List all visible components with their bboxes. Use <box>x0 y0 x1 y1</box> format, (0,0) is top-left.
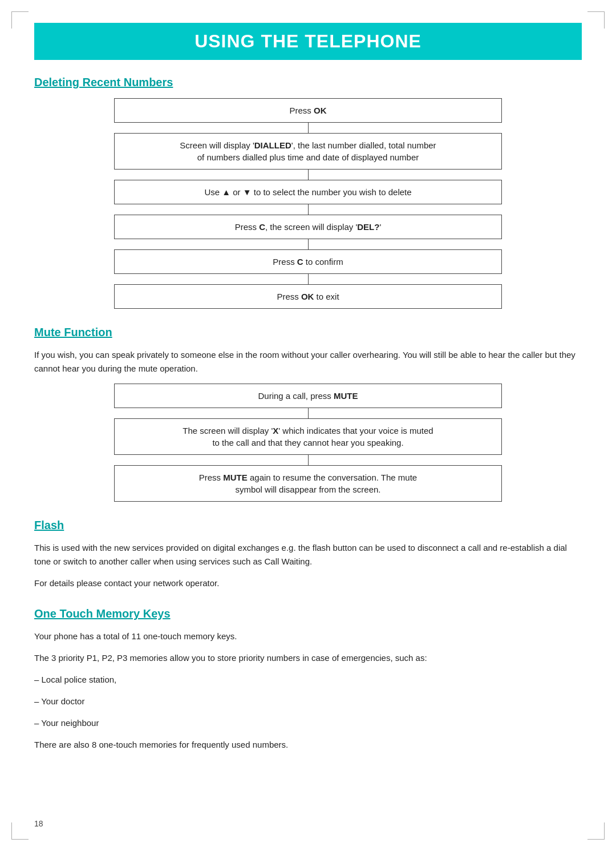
mute-step-2: The screen will display 'X' which indica… <box>114 418 502 455</box>
deleting-flow-chart: Press OK Screen will display 'DIALLED', … <box>114 98 502 309</box>
mute-step-1: During a call, press MUTE <box>114 384 502 408</box>
flash-heading: Flash <box>34 519 582 532</box>
mute-section: Mute Function If you wish, you can speak… <box>34 326 582 502</box>
flash-body2: For details please contact your network … <box>34 576 582 590</box>
mute-connector-2 <box>308 455 309 465</box>
corner-mark-tr <box>587 11 605 29</box>
connector-1 <box>308 123 309 133</box>
onetouchmemory-body2: The 3 priority P1, P2, P3 memories allow… <box>34 651 582 665</box>
deleting-step-4: Press C, the screen will display 'DEL?' <box>114 215 502 239</box>
onetouchmemory-heading: One Touch Memory Keys <box>34 607 582 620</box>
flash-section: Flash This is used with the new services… <box>34 519 582 590</box>
list-item-3: – Your neighbour <box>34 716 582 730</box>
mute-connector-1 <box>308 408 309 418</box>
page-number: 18 <box>34 819 43 828</box>
mute-body1: If you wish, you can speak privately to … <box>34 348 582 376</box>
list-item-1: – Local police station, <box>34 673 582 687</box>
corner-mark-bl <box>11 822 29 840</box>
mute-step-3: Press MUTE again to resume the conversat… <box>114 465 502 502</box>
connector-4 <box>308 239 309 249</box>
onetouchmemory-section: One Touch Memory Keys Your phone has a t… <box>34 607 582 752</box>
deleting-heading: Deleting Recent Numbers <box>34 76 582 89</box>
corner-mark-tl <box>11 11 29 29</box>
deleting-step-1: Press OK <box>114 98 502 123</box>
mute-flow-chart: During a call, press MUTE The screen wil… <box>114 384 502 502</box>
mute-heading: Mute Function <box>34 326 582 339</box>
flash-body1: This is used with the new services provi… <box>34 541 582 568</box>
deleting-step-3: Use ▲ or ▼ to to select the number you w… <box>114 180 502 204</box>
list-item-2: – Your doctor <box>34 695 582 708</box>
deleting-step-6: Press OK to exit <box>114 284 502 309</box>
page-title: USING THE TELEPHONE <box>34 23 582 60</box>
connector-5 <box>308 274 309 284</box>
corner-mark-br <box>587 822 605 840</box>
onetouchmemory-body1: Your phone has a total of 11 one-touch m… <box>34 630 582 643</box>
onetouchmemory-list: – Local police station, – Your doctor – … <box>34 673 582 730</box>
deleting-step-2: Screen will display 'DIALLED', the last … <box>114 133 502 170</box>
connector-2 <box>308 170 309 180</box>
onetouchmemory-body3: There are also 8 one-touch memories for … <box>34 738 582 752</box>
deleting-step-5: Press C to confirm <box>114 249 502 274</box>
deleting-section: Deleting Recent Numbers Press OK Screen … <box>34 76 582 309</box>
connector-3 <box>308 204 309 215</box>
